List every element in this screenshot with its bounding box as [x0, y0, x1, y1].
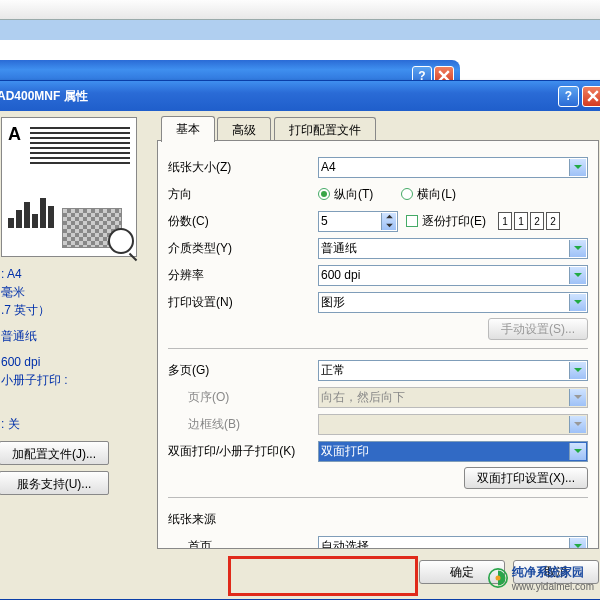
resolution-combo[interactable]: 600 dpi — [318, 265, 588, 286]
collate-check[interactable]: 逐份打印(E) — [406, 213, 486, 230]
add-profile-button[interactable]: 加配置文件(J)... — [0, 441, 109, 465]
watermark-text: 纯净系统家园 — [512, 564, 594, 581]
close-button[interactable] — [582, 86, 600, 107]
first-page-combo[interactable]: 自动选择 — [318, 536, 588, 550]
label-page-order: 页序(O) — [168, 389, 318, 406]
watermark-url: www.yidaimei.com — [512, 581, 594, 592]
label-paper-source: 纸张来源 — [168, 511, 318, 528]
label-orientation: 方向 — [168, 186, 318, 203]
tab-page-basic: 纸张大小(Z) A4 方向 纵向(T) 横向(L) 份数(C) 5 — [157, 140, 599, 549]
preview-info: : A4 毫米 .7 英寸） 普通纸 600 dpi 小册子打印 : : 关 — [1, 265, 147, 433]
collate-icon: 1122 — [498, 212, 560, 230]
preview-panel: A : A4 毫米 .7 英寸） 普通纸 600 dpi 小册子打印 : — [0, 115, 149, 595]
label-print-settings: 打印设置(N) — [168, 294, 318, 311]
svg-point-1 — [495, 576, 500, 581]
label-first-page: 首页 — [168, 538, 318, 550]
watermark: 纯净系统家园 www.yidaimei.com — [488, 564, 594, 592]
print-dialog-behind: ? — [0, 60, 460, 80]
label-copies: 份数(C) — [168, 213, 318, 230]
dialog-titlebar[interactable]: AD400MNF 属性 ? — [0, 81, 600, 111]
tab-strip: 基本 高级 打印配置文件 — [161, 115, 600, 141]
paper-size-combo[interactable]: A4 — [318, 157, 588, 178]
tab-profiles[interactable]: 打印配置文件 — [274, 117, 376, 141]
media-type-combo[interactable]: 普通纸 — [318, 238, 588, 259]
tab-advanced[interactable]: 高级 — [217, 117, 271, 141]
label-paper-size: 纸张大小(Z) — [168, 159, 318, 176]
support-button[interactable]: 服务支持(U)... — [0, 471, 109, 495]
logo-icon — [488, 568, 508, 588]
print-settings-combo[interactable]: 图形 — [318, 292, 588, 313]
label-multipage: 多页(G) — [168, 362, 318, 379]
dialog-title: AD400MNF 属性 — [0, 88, 88, 105]
duplex-combo[interactable]: 双面打印 — [318, 441, 588, 462]
chevron-down-icon — [569, 159, 586, 176]
magnifier-icon — [108, 228, 134, 254]
copies-spinner[interactable]: 5 — [318, 211, 398, 232]
settings-panel: 基本 高级 打印配置文件 纸张大小(Z) A4 方向 纵向(T) 横向(L) — [155, 115, 600, 551]
printer-properties-dialog: AD400MNF 属性 ? A : A4 毫米 .7 英 — [0, 80, 600, 600]
label-media-type: 介质类型(Y) — [168, 240, 318, 257]
page-thumbnail: A — [1, 117, 137, 257]
tab-basic[interactable]: 基本 — [161, 116, 215, 142]
manual-settings-button: 手动设置(S)... — [488, 318, 588, 340]
spin-down[interactable] — [382, 221, 396, 230]
radio-portrait[interactable]: 纵向(T) — [318, 186, 373, 203]
label-border: 边框线(B) — [168, 416, 318, 433]
multipage-combo[interactable]: 正常 — [318, 360, 588, 381]
spin-up[interactable] — [382, 213, 396, 222]
label-duplex: 双面打印/小册子打印(K) — [168, 443, 318, 460]
border-combo — [318, 414, 588, 435]
duplex-settings-button[interactable]: 双面打印设置(X)... — [464, 467, 588, 489]
ruler — [0, 0, 600, 20]
help-button[interactable]: ? — [558, 86, 579, 107]
label-resolution: 分辨率 — [168, 267, 318, 284]
radio-landscape[interactable]: 横向(L) — [401, 186, 456, 203]
page-order-combo: 向右，然后向下 — [318, 387, 588, 408]
